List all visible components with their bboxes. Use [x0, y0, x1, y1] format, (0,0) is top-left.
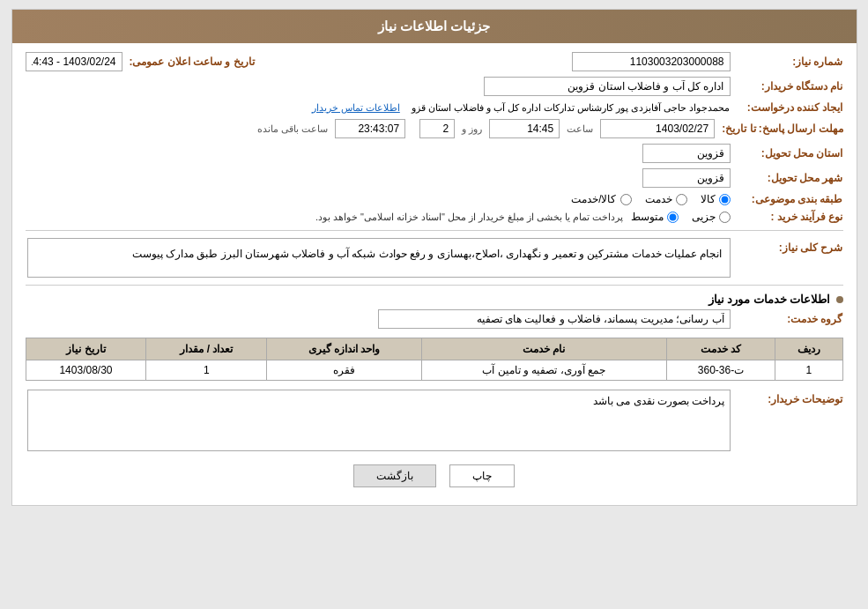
announce-datetime-label: تاریخ و ساعت اعلان عمومی: — [130, 56, 255, 68]
city-delivery-label: شهر محل تحویل: — [738, 172, 843, 184]
cell-service-code: ت-36-360 — [666, 360, 775, 381]
response-time-label: ساعت — [567, 123, 593, 135]
col-need-date: تاریخ نیاز — [26, 338, 146, 360]
col-service-name: نام خدمت — [421, 338, 666, 360]
col-unit: واحد اندازه گیری — [267, 338, 421, 360]
service-group-input[interactable] — [378, 309, 731, 329]
creator-contact-link[interactable]: اطلاعات تماس خریدار — [312, 102, 400, 114]
category-khedmat-label: خدمت — [645, 193, 672, 205]
category-kala-label: کالا — [701, 193, 716, 205]
countdown-label: ساعت باقی مانده — [257, 123, 328, 135]
page-title: جزئیات اطلاعات نیاز — [378, 19, 490, 33]
print-button[interactable]: چاپ — [449, 464, 515, 487]
row-need-number: شماره نیاز: تاریخ و ساعت اعلان عمومی: — [26, 52, 843, 71]
category-kala[interactable]: کالا — [701, 193, 731, 205]
category-khedmat[interactable]: خدمت — [645, 193, 687, 205]
content-area: شماره نیاز: تاریخ و ساعت اعلان عمومی: نا… — [12, 43, 857, 505]
row-category: طبقه بندی موضوعی: کالا خدمت کالا/خدمت — [26, 193, 843, 205]
row-service-group: گروه خدمت: — [26, 309, 843, 329]
services-table-section: ردیف کد خدمت نام خدمت واحد اندازه گیری ت… — [26, 338, 843, 381]
row-response-deadline: مهلت ارسال پاسخ: تا تاریخ: ساعت روز و سا… — [26, 119, 843, 138]
purchase-type-jozei[interactable]: جزیی — [692, 211, 731, 223]
back-button[interactable]: بازگشت — [353, 464, 436, 487]
creator-label: ایجاد کننده درخواست: — [738, 101, 843, 114]
creator-name: محمدجواد حاجی آفابزدی پور کارشناس تدارکا… — [412, 102, 731, 114]
cell-service-name: جمع آوری، تصفیه و تامین آب — [421, 360, 666, 381]
divider-1 — [26, 230, 843, 231]
services-table: ردیف کد خدمت نام خدمت واحد اندازه گیری ت… — [26, 338, 843, 381]
purchase-type-jozei-label: جزیی — [692, 211, 716, 223]
table-row: 1 ت-36-360 جمع آوری، تصفیه و تامین آب فق… — [26, 360, 842, 381]
purchase-type-motavaset[interactable]: متوسط — [631, 211, 679, 223]
row-city-delivery: شهر محل تحویل: — [26, 168, 843, 188]
row-buyer-desc: توضیحات خریدار: — [26, 390, 843, 451]
row-purchase-type: نوع فرآیند خرید : جزیی متوسط پرداخت تمام… — [26, 211, 843, 223]
response-deadline-label: مهلت ارسال پاسخ: تا تاریخ: — [722, 123, 842, 135]
row-creator: ایجاد کننده درخواست: محمدجواد حاجی آفابز… — [26, 101, 843, 114]
purchase-type-label: نوع فرآیند خرید : — [738, 211, 843, 223]
category-kala-khedmat[interactable]: کالا/خدمت — [571, 193, 631, 205]
category-label: طبقه بندی موضوعی: — [738, 193, 843, 205]
response-time-input[interactable] — [489, 119, 560, 138]
province-delivery-label: استان محل تحویل: — [738, 147, 843, 160]
response-date-input[interactable] — [600, 119, 715, 138]
col-row-num: ردیف — [775, 338, 842, 360]
buyer-org-label: نام دستگاه خریدار: — [738, 80, 843, 93]
need-desc-text: انجام عملیات خدمات مشترکین و تعمیر و نگه… — [132, 248, 723, 260]
buyer-desc-textarea[interactable] — [27, 390, 731, 451]
services-section-title: اطلاعات خدمات مورد نیاز — [26, 293, 843, 306]
row-need-desc: شرح کلی نیاز: انجام عملیات خدمات مشترکین… — [26, 238, 843, 278]
cell-count: 1 — [146, 360, 267, 381]
response-days-input[interactable] — [419, 119, 455, 138]
purchase-type-note: پرداخت تمام یا بخشی از مبلغ خریدار از مح… — [315, 212, 624, 223]
row-buyer-org: نام دستگاه خریدار: — [26, 77, 843, 96]
category-kala-khedmat-label: کالا/خدمت — [571, 193, 616, 205]
purchase-type-motavaset-label: متوسط — [631, 211, 664, 223]
cell-unit: فقره — [267, 360, 421, 381]
services-title-text: اطلاعات خدمات مورد نیاز — [708, 293, 831, 306]
response-days-label: روز و — [462, 123, 482, 135]
province-delivery-input[interactable] — [642, 144, 731, 163]
page-header: جزئیات اطلاعات نیاز — [12, 10, 857, 43]
buyer-org-input[interactable] — [484, 77, 731, 96]
purchase-type-radio-group: جزیی متوسط — [631, 211, 731, 223]
col-service-code: کد خدمت — [666, 338, 775, 360]
row-province-delivery: استان محل تحویل: — [26, 144, 843, 163]
divider-2 — [26, 285, 843, 286]
category-radio-group: کالا خدمت کالا/خدمت — [571, 193, 730, 205]
need-number-label: شماره نیاز: — [738, 56, 843, 68]
cell-row-num: 1 — [775, 360, 842, 381]
need-desc-box: انجام عملیات خدمات مشترکین و تعمیر و نگه… — [27, 238, 731, 278]
need-desc-label: شرح کلی نیاز: — [738, 238, 843, 254]
service-group-label: گروه خدمت: — [738, 313, 843, 325]
countdown-input[interactable] — [335, 119, 405, 138]
btn-row: چاپ بازگشت — [26, 464, 843, 487]
announce-datetime-input[interactable] — [26, 52, 122, 71]
col-count: تعداد / مقدار — [146, 338, 267, 360]
city-delivery-input[interactable] — [642, 168, 731, 188]
main-container: جزئیات اطلاعات نیاز شماره نیاز: تاریخ و … — [11, 9, 857, 506]
buyer-desc-label: توضیحات خریدار: — [738, 390, 843, 405]
need-number-input[interactable] — [572, 52, 731, 71]
cell-need-date: 1403/08/30 — [26, 360, 146, 381]
